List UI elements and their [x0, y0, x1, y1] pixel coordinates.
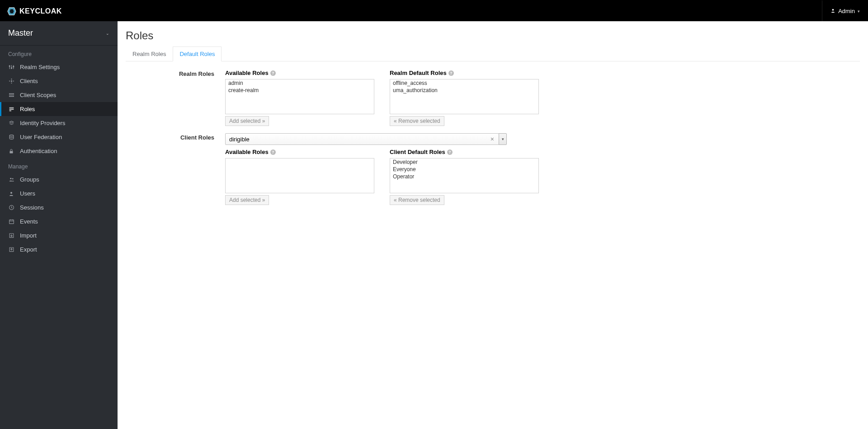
client-select[interactable]: dirigible ×: [225, 133, 499, 145]
svg-rect-20: [10, 151, 13, 153]
lock-icon: [8, 149, 14, 154]
sidebar-item-label: Roles: [20, 106, 35, 112]
sidebar-item-user-federation[interactable]: User Federation: [0, 130, 118, 144]
sidebar-item-label: Realm Settings: [20, 64, 60, 70]
client-available-roles-list[interactable]: [225, 158, 374, 193]
page-title: Roles: [126, 29, 860, 42]
main-content: Roles Realm RolesDefault Roles Realm Rol…: [118, 21, 868, 429]
brand-text: KEYCLOAK: [19, 7, 62, 15]
realm-selector[interactable]: Master ⌄: [0, 21, 118, 46]
help-icon[interactable]: ?: [270, 149, 276, 155]
help-icon[interactable]: ?: [270, 70, 276, 76]
realm-available-roles-list[interactable]: admincreate-realm: [225, 79, 374, 114]
svg-rect-14: [9, 93, 14, 94]
svg-point-9: [10, 80, 12, 82]
sidebar-item-label: Groups: [20, 176, 39, 183]
client-default-roles-list[interactable]: DeveloperEveryoneOperator: [390, 158, 539, 193]
sidebar-item-label: Import: [20, 232, 37, 239]
svg-rect-17: [9, 109, 14, 110]
svg-point-7: [11, 68, 12, 69]
svg-point-23: [10, 192, 12, 194]
list-item[interactable]: uma_authorization: [390, 87, 538, 94]
user-menu[interactable]: Admin ▾: [822, 0, 868, 22]
sidebar-item-label: Identity Providers: [20, 120, 65, 126]
svg-rect-25: [9, 220, 14, 224]
list-item[interactable]: offline_access: [390, 79, 538, 87]
svg-marker-1: [9, 9, 14, 13]
tab-default-roles[interactable]: Default Roles: [173, 47, 222, 61]
svg-point-11: [13, 80, 14, 81]
realm-roles-label: Realm Roles: [126, 70, 225, 77]
sidebar-item-label: Events: [20, 218, 38, 225]
client-default-roles-header: Client Default Roles: [390, 149, 445, 155]
sidebar-item-label: User Federation: [20, 134, 62, 140]
list-item[interactable]: Operator: [390, 173, 538, 180]
sidebar-item-label: Clients: [20, 78, 38, 84]
client-available-roles-header: Available Roles: [225, 149, 269, 155]
groups-icon: [8, 177, 14, 182]
sidebar-item-export[interactable]: Export: [0, 242, 118, 256]
clients-icon: [8, 78, 14, 84]
remove-selected-button[interactable]: « Remove selected: [390, 116, 444, 126]
calendar-icon: [8, 219, 14, 224]
available-roles-header: Available Roles: [225, 70, 269, 76]
sidebar: Master ⌄ ConfigureRealm SettingsClientsC…: [0, 21, 118, 429]
svg-point-6: [9, 65, 10, 66]
realm-name: Master: [8, 28, 33, 38]
sidebar-item-events[interactable]: Events: [0, 214, 118, 228]
topbar: KEYCLOAK Admin ▾: [0, 0, 868, 21]
client-select-value: dirigible: [229, 136, 250, 143]
brand-logo[interactable]: KEYCLOAK: [0, 6, 62, 16]
svg-point-2: [832, 9, 834, 11]
user-icon: [8, 191, 14, 196]
dropdown-toggle[interactable]: ▾: [499, 133, 507, 145]
remove-selected-button[interactable]: « Remove selected: [390, 195, 444, 205]
realm-default-roles-header: Realm Default Roles: [390, 70, 447, 76]
idp-icon: [8, 120, 14, 126]
sidebar-item-authentication[interactable]: Authentication: [0, 144, 118, 158]
scopes-icon: [8, 92, 14, 98]
sidebar-item-identity-providers[interactable]: Identity Providers: [0, 116, 118, 130]
svg-point-19: [9, 135, 14, 136]
sidebar-item-sessions[interactable]: Sessions: [0, 201, 118, 214]
sliders-icon: [8, 64, 14, 70]
chevron-down-icon: ▾: [858, 9, 860, 14]
sidebar-item-realm-settings[interactable]: Realm Settings: [0, 60, 118, 74]
list-item[interactable]: admin: [226, 79, 374, 87]
list-item[interactable]: Everyone: [390, 166, 538, 173]
sidebar-item-client-scopes[interactable]: Client Scopes: [0, 88, 118, 102]
svg-rect-18: [9, 110, 11, 111]
list-item[interactable]: Developer: [390, 159, 538, 166]
tab-realm-roles[interactable]: Realm Roles: [126, 47, 173, 61]
chevron-down-icon: ⌄: [106, 31, 109, 36]
tabs: Realm RolesDefault Roles: [126, 47, 860, 61]
svg-point-22: [12, 178, 13, 180]
realm-default-roles-list[interactable]: offline_accessuma_authorization: [390, 79, 539, 114]
sidebar-item-roles[interactable]: Roles: [0, 102, 118, 116]
sidebar-item-groups[interactable]: Groups: [0, 173, 118, 187]
sidebar-item-label: Users: [20, 190, 35, 197]
sidebar-item-label: Export: [20, 246, 37, 253]
help-icon[interactable]: ?: [448, 70, 454, 76]
add-selected-button[interactable]: Add selected »: [225, 195, 269, 205]
user-name: Admin: [838, 8, 855, 14]
user-icon: [830, 8, 835, 14]
sidebar-item-label: Client Scopes: [20, 92, 56, 98]
sidebar-item-label: Sessions: [20, 204, 44, 211]
clear-icon[interactable]: ×: [490, 135, 495, 143]
svg-point-8: [13, 66, 14, 67]
fed-icon: [8, 134, 14, 140]
sidebar-section-title: Configure: [0, 46, 118, 60]
svg-point-21: [10, 178, 11, 179]
import-icon: [8, 233, 14, 238]
list-item[interactable]: create-realm: [226, 87, 374, 94]
sidebar-item-clients[interactable]: Clients: [0, 74, 118, 88]
keycloak-icon: [7, 6, 17, 16]
sidebar-item-users[interactable]: Users: [0, 187, 118, 201]
svg-point-10: [9, 80, 10, 81]
help-icon[interactable]: ?: [447, 149, 453, 155]
svg-rect-15: [9, 96, 14, 97]
sidebar-section-title: Manage: [0, 158, 118, 173]
add-selected-button[interactable]: Add selected »: [225, 116, 269, 126]
sidebar-item-import[interactable]: Import: [0, 228, 118, 242]
